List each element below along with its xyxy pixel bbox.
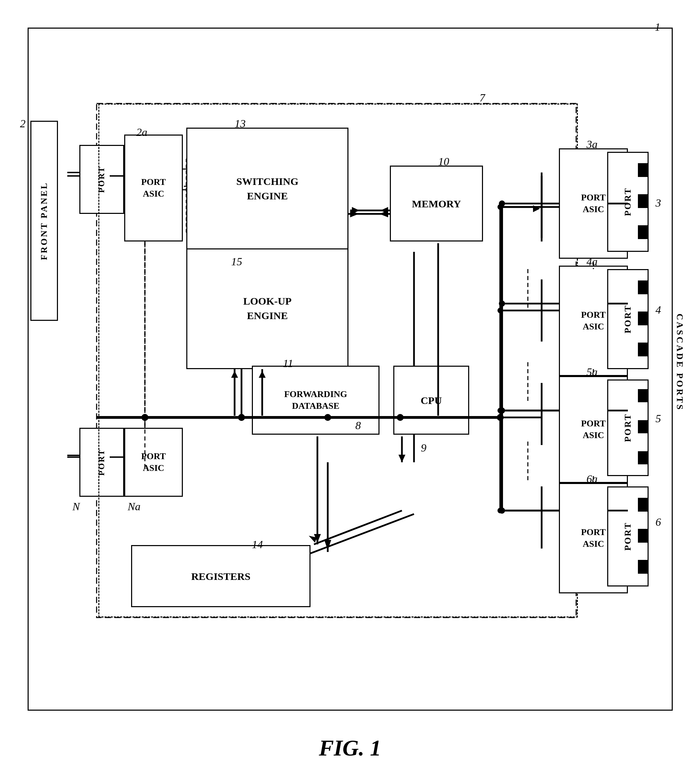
page: 1 FIG. 1 [0, 0, 700, 780]
ref-4a: 4a [587, 255, 598, 268]
front-panel-label: FRONT PANEL [30, 121, 58, 321]
port-asic-Na: PORTASIC [124, 428, 183, 497]
ref-11: 11 [283, 357, 293, 370]
ref-15: 15 [231, 255, 242, 268]
port-asic-2a: PORTASIC [124, 135, 183, 242]
ref-7: 7 [480, 92, 485, 104]
svg-marker-34 [380, 210, 388, 217]
ref-N: N [72, 500, 80, 513]
ref-9: 9 [421, 442, 427, 454]
switching-engine-block: SWITCHINGENGINE LOOK-UPENGINE [186, 128, 348, 369]
ref-6: 6 [655, 516, 661, 528]
ref-14: 14 [252, 538, 263, 551]
ref-13: 13 [235, 117, 246, 130]
port-5-block: PORT [607, 380, 648, 476]
ref-2a: 2a [136, 126, 147, 139]
port-block-bottom: PORT [79, 428, 124, 497]
ref-5a: 5a [587, 366, 598, 378]
port-6-block: PORT [607, 487, 648, 587]
ref-3a: 3a [587, 138, 598, 151]
ref-6a: 6a [587, 473, 598, 485]
cpu-block: CPU [393, 366, 469, 435]
port-4-block: PORT [607, 269, 648, 369]
ref-4: 4 [655, 303, 661, 317]
svg-marker-33 [350, 210, 359, 217]
ref-Na: Na [128, 500, 140, 513]
cascade-ports-label: CASCADE PORTS [666, 242, 693, 483]
port-3-block: PORT [607, 152, 648, 252]
ref-3: 3 [655, 197, 661, 209]
memory-block: MEMORY [390, 166, 483, 242]
ref-8: 8 [355, 419, 361, 432]
ref-2: 2 [20, 117, 25, 130]
ref-5: 5 [655, 412, 661, 425]
ref-10: 10 [438, 155, 449, 168]
registers-block: REGISTERS [131, 545, 310, 607]
port-block-top: PORT [79, 145, 124, 214]
